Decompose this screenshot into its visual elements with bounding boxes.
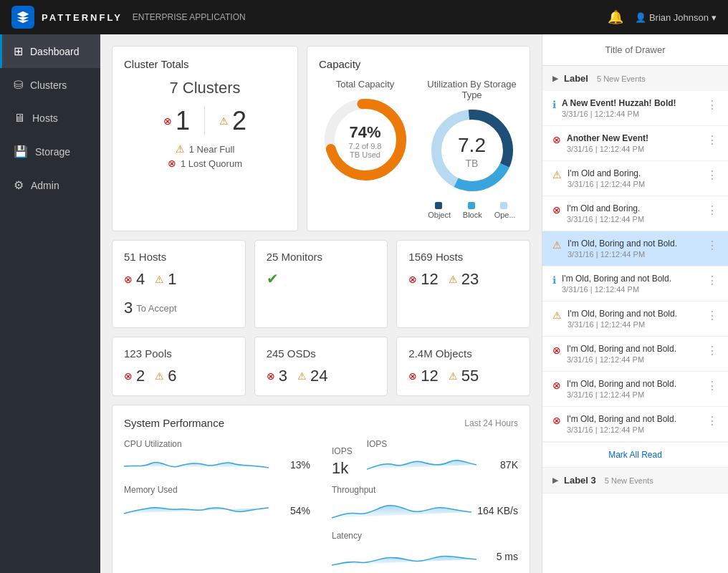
hosts-warn-num: 1 — [168, 270, 176, 289]
drawer-label-header-3[interactable]: ▶ Label 3 5 New Events — [542, 468, 728, 493]
cluster-error-count: 1 — [176, 106, 190, 136]
event-menu-7[interactable]: ⋮ — [707, 309, 718, 322]
perf-throughput-value: 164 KB/s — [477, 505, 518, 516]
sidebar-item-dashboard[interactable]: ⊞ Dashboard — [0, 34, 100, 68]
pools-error-num: 2 — [136, 367, 145, 385]
mini-card-osds: 245 OSDs ⊗ 3 ⚠ 24 — [254, 337, 388, 396]
warn-icon: ⚠ — [219, 115, 229, 127]
hosts2-warn-num: 23 — [461, 270, 479, 289]
topnav: PATTERNFLY ENTERPRISE APPLICATION 🔔 👤 Br… — [0, 0, 728, 34]
perf-cpu-chart — [124, 452, 269, 478]
cluster-error-stat: ⊗ 1 — [163, 106, 190, 136]
event-menu-3[interactable]: ⋮ — [707, 168, 718, 182]
sidebar-item-admin[interactable]: ⚙ Admin — [0, 168, 100, 202]
mini-title-hosts2: 1569 Hosts — [408, 251, 518, 263]
legend-block: Block — [460, 202, 484, 219]
event-menu-5[interactable]: ⋮ — [707, 239, 718, 252]
mark-all-read-button[interactable]: Mark All Read — [542, 442, 728, 467]
donut-pct: 74% — [344, 123, 387, 142]
hosts2-warn: ⚠ 23 — [449, 270, 479, 289]
legend-object: Object — [426, 202, 453, 219]
perf-period: Last 24 Hours — [464, 418, 518, 428]
event-menu-4[interactable]: ⋮ — [707, 203, 718, 217]
utilization-label: Utilization By Storage Type — [426, 79, 518, 100]
drawer-event-10[interactable]: ⊗ I'm Old, Boring and not Bold. 3/31/16 … — [542, 407, 728, 442]
mini-card-monitors: 25 Monitors ✔ — [254, 240, 388, 328]
error-circle-icon-10: ⊗ — [552, 415, 561, 426]
hosts-error-icon: ⊗ — [124, 274, 133, 285]
capacity-title: Capacity — [319, 58, 518, 70]
drawer-event-9[interactable]: ⊗ I'm Old, Boring and not Bold. 3/31/16 … — [542, 372, 728, 407]
cluster-totals-title: Cluster Totals — [124, 58, 286, 70]
cluster-totals-card: Cluster Totals 7 Clusters ⊗ 1 ⚠ 2 ⚠ — [112, 46, 298, 231]
event-menu-10[interactable]: ⋮ — [707, 414, 718, 428]
hosts-accept-num: 3 — [124, 299, 133, 317]
divider — [204, 107, 205, 135]
sidebar-item-hosts[interactable]: 🖥 Hosts — [0, 102, 100, 135]
info-icon-6: ℹ — [552, 274, 556, 286]
drawer-body: ▶ Label 5 New Events ℹ A New Event! Huzz… — [542, 66, 728, 573]
util-center: 7.2 TB — [451, 134, 494, 170]
hosts-warn: ⚠ 1 — [155, 270, 176, 289]
drawer-label-sub-3: 5 New Events — [605, 476, 653, 485]
perf-latency-value: 5 ms — [482, 551, 518, 562]
perf-iosize-label: IOPS — [332, 446, 353, 456]
app-name: ENTERPRISE APPLICATION — [133, 12, 246, 22]
event-menu-8[interactable]: ⋮ — [707, 344, 718, 357]
notification-bell-icon[interactable]: 🔔 — [608, 9, 623, 25]
drawer-event-8[interactable]: ⊗ I'm Old, Boring and not Bold. 3/31/16 … — [542, 337, 728, 372]
drawer-event-3[interactable]: ⚠ I'm Old and Boring. 3/31/16 | 12:12:44… — [542, 161, 728, 196]
cluster-warn-count: 2 — [232, 106, 246, 136]
hosts2-warn-icon: ⚠ — [449, 274, 458, 285]
perf-throughput: Throughput 164 KB/s — [332, 485, 518, 524]
mini-title-hosts: 51 Hosts — [124, 251, 234, 263]
cluster-alerts: ⚠ 1 Near Full ⊗ 1 Lost Quorum — [124, 143, 286, 169]
sidebar-item-storage[interactable]: 💾 Storage — [0, 135, 100, 168]
row-1: Cluster Totals 7 Clusters ⊗ 1 ⚠ 2 ⚠ — [112, 46, 530, 231]
perf-memory-label: Memory Used — [124, 485, 310, 495]
drawer-label-header-1[interactable]: ▶ Label 5 New Events — [542, 66, 728, 91]
hosts-icon: 🖥 — [14, 112, 25, 125]
user-menu[interactable]: 👤 Brian Johnson ▾ — [635, 12, 717, 23]
hosts-error: ⊗ 4 — [124, 270, 145, 289]
app-logo — [11, 6, 34, 29]
mini-title-pools: 123 Pools — [124, 347, 234, 360]
event-content-9: I'm Old, Boring and not Bold. 3/31/16 | … — [567, 379, 701, 399]
event-content-1: A New Event! Huzzah! Bold! 3/31/16 | 12:… — [562, 98, 701, 118]
perf-cpu-label: CPU Utilization — [124, 439, 310, 449]
drawer-event-2[interactable]: ⊗ Another New Event! 3/31/16 | 12:12:44 … — [542, 126, 728, 161]
error-circle-icon-9: ⊗ — [552, 380, 561, 391]
event-menu-1[interactable]: ⋮ — [707, 98, 718, 112]
pools-warn: ⚠ 6 — [155, 367, 176, 385]
drawer-event-5[interactable]: ⚠ I'm Old, Boring and not Bold. 3/31/16 … — [542, 231, 728, 266]
event-title-9: I'm Old, Boring and not Bold. — [567, 379, 701, 389]
drawer-event-7[interactable]: ⚠ I'm Old, Boring and not Bold. 3/31/16 … — [542, 302, 728, 337]
osds-warn: ⚠ 24 — [297, 367, 327, 385]
chevron-right-icon-3: ▶ — [552, 476, 558, 484]
drawer-event-4[interactable]: ⊗ I'm Old and Boring. 3/31/16 | 12:12:44… — [542, 196, 728, 231]
utilization-section: Utilization By Storage Type 7.2 TB — [426, 79, 518, 219]
error-circle-icon-4: ⊗ — [552, 204, 561, 216]
drawer-event-1[interactable]: ℹ A New Event! Huzzah! Bold! 3/31/16 | 1… — [542, 91, 728, 126]
user-name: Brian Johnson — [649, 12, 709, 23]
event-time-1: 3/31/16 | 12:12:44 PM — [562, 110, 701, 118]
event-content-10: I'm Old, Boring and not Bold. 3/31/16 | … — [567, 414, 701, 434]
objects-error-icon: ⊗ — [408, 370, 417, 382]
event-menu-6[interactable]: ⋮ — [707, 274, 718, 287]
event-content-2: Another New Event! 3/31/16 | 12:12:44 PM — [567, 133, 701, 153]
drawer-event-6[interactable]: ℹ I'm Old, Boring and not Bold. 3/31/16 … — [542, 266, 728, 302]
perf-iops-label: IOPS — [367, 439, 518, 449]
perf-iops-section: IOPS 87K — [367, 439, 518, 478]
event-title-3: I'm Old and Boring. — [567, 168, 701, 178]
donut-center: 74% 7.2 of 9.8 TB Used — [344, 123, 387, 159]
total-capacity-section: Total Capacity 74% 7.2 of 9.8 TB Used — [319, 79, 411, 186]
perf-iosize-value: 1k — [332, 459, 353, 478]
hosts2-error: ⊗ 12 — [408, 270, 438, 289]
event-menu-2[interactable]: ⋮ — [707, 133, 718, 147]
event-menu-9[interactable]: ⋮ — [707, 379, 718, 393]
capacity-legend: Object Block Ope... — [426, 202, 518, 219]
pools-error-icon: ⊗ — [124, 370, 133, 382]
perf-iops-value: 87K — [482, 459, 518, 471]
hosts-warn-icon: ⚠ — [155, 274, 164, 285]
sidebar-item-clusters[interactable]: ⛁ Clusters — [0, 68, 100, 102]
